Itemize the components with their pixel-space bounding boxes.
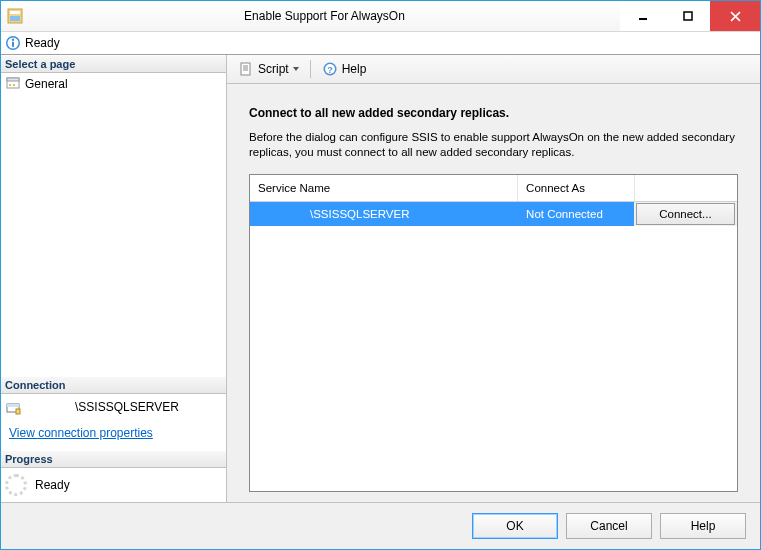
script-label: Script	[258, 62, 289, 76]
ok-button[interactable]: OK	[472, 513, 558, 539]
server-icon	[5, 400, 21, 416]
main-panel: Script ? Help Connect to all new added s…	[227, 55, 760, 502]
cancel-button[interactable]: Cancel	[566, 513, 652, 539]
sidebar-page-label: General	[25, 77, 68, 91]
connection-header: Connection	[1, 376, 226, 394]
svg-point-9	[12, 39, 14, 41]
cell-service-name: \SSISSQLSERVER	[250, 201, 518, 226]
svg-rect-12	[7, 78, 19, 81]
window-title: Enable Support For AlwaysOn	[29, 9, 620, 23]
content-heading: Connect to all new added secondary repli…	[249, 106, 738, 120]
col-connect-as[interactable]: Connect As	[518, 175, 635, 202]
help-label: Help	[342, 62, 367, 76]
replicas-table: Service Name Connect As \SSISSQLSERVER N…	[250, 175, 737, 226]
maximize-button[interactable]	[665, 1, 710, 31]
app-icon	[7, 8, 23, 24]
footer-help-button[interactable]: Help	[660, 513, 746, 539]
toolbar: Script ? Help	[227, 55, 760, 84]
col-action	[634, 175, 736, 202]
progress-text: Ready	[35, 478, 70, 492]
content-description: Before the dialog can configure SSIS to …	[249, 130, 738, 160]
select-page-header: Select a page	[1, 55, 226, 73]
svg-rect-18	[241, 63, 250, 75]
dialog-body: Select a page General Connection \SSISSQ…	[1, 55, 760, 503]
info-icon	[5, 35, 21, 51]
svg-rect-4	[684, 12, 692, 20]
dialog-footer: OK Cancel Help	[1, 503, 760, 549]
minimize-button[interactable]	[620, 1, 665, 31]
dialog-window: Enable Support For AlwaysOn Ready Select…	[0, 0, 761, 550]
svg-rect-16	[7, 404, 19, 407]
script-icon	[238, 61, 254, 77]
cell-action: Connect...	[634, 201, 736, 226]
svg-point-13	[9, 84, 11, 86]
col-service-name[interactable]: Service Name	[250, 175, 518, 202]
status-bar: Ready	[1, 32, 760, 55]
page-icon	[5, 76, 21, 92]
svg-rect-2	[10, 16, 20, 21]
progress-spinner-icon	[5, 474, 27, 496]
connection-server: \SSISSQLSERVER	[25, 400, 179, 414]
svg-text:?: ?	[327, 65, 333, 75]
cell-connect-as: Not Connected	[518, 201, 635, 226]
sidebar: Select a page General Connection \SSISSQ…	[1, 55, 227, 502]
replicas-table-container: Service Name Connect As \SSISSQLSERVER N…	[249, 174, 738, 492]
script-button[interactable]: Script	[231, 58, 306, 80]
svg-point-14	[13, 84, 15, 86]
svg-rect-10	[12, 42, 14, 47]
page-list: General	[1, 73, 226, 95]
connection-panel: \SSISSQLSERVER View connection propertie…	[1, 394, 226, 450]
status-text: Ready	[25, 36, 60, 50]
sidebar-page-general[interactable]: General	[5, 75, 222, 93]
svg-rect-1	[10, 11, 20, 14]
help-icon: ?	[322, 61, 338, 77]
chevron-down-icon	[293, 67, 299, 71]
toolbar-separator	[310, 60, 311, 78]
svg-rect-3	[639, 18, 647, 20]
connect-button[interactable]: Connect...	[636, 203, 735, 225]
content-area: Connect to all new added secondary repli…	[227, 84, 760, 502]
close-button[interactable]	[710, 1, 760, 31]
help-button[interactable]: ? Help	[315, 58, 374, 80]
window-controls	[620, 1, 760, 31]
progress-panel: Ready	[1, 468, 226, 502]
table-row[interactable]: \SSISSQLSERVER Not Connected Connect...	[250, 201, 737, 226]
progress-header: Progress	[1, 450, 226, 468]
view-connection-properties-link[interactable]: View connection properties	[5, 416, 157, 446]
titlebar: Enable Support For AlwaysOn	[1, 1, 760, 32]
svg-rect-17	[16, 409, 20, 414]
